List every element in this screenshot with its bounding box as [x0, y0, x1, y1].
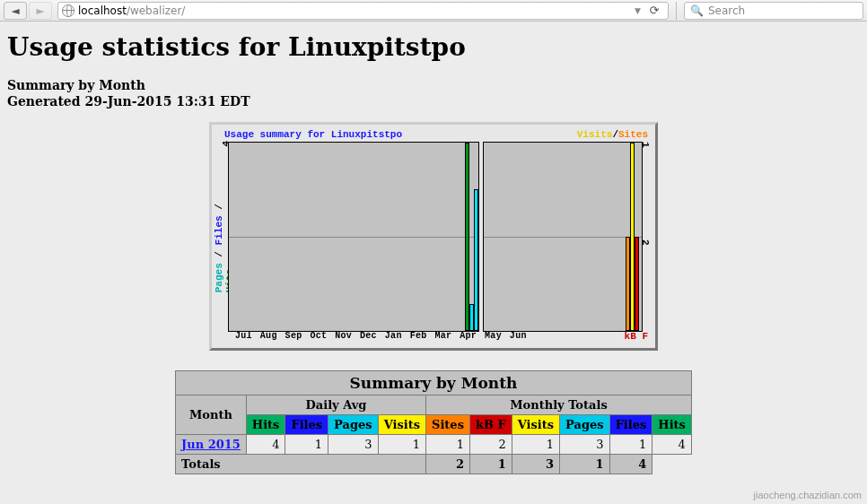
chart-legend-right: Visits/Sites: [577, 129, 648, 140]
forward-button[interactable]: ►: [29, 2, 52, 20]
col-pages-d: Pages: [328, 415, 379, 435]
summary-label: Summary by Month: [7, 78, 860, 94]
generated-line: Generated 29-Jun-2015 13:31 EDT: [7, 94, 860, 110]
search-icon: 🔍: [690, 4, 704, 17]
globe-icon: [62, 4, 74, 17]
chart-right-panel: [483, 142, 643, 332]
back-button[interactable]: ◄: [4, 2, 27, 20]
watermark: jiaocheng.chazidian.com: [754, 490, 862, 500]
col-visits-m: Visits: [512, 415, 559, 435]
col-files-d: Files: [285, 415, 328, 435]
url-text: localhost/webalizer/: [78, 4, 185, 17]
table-row: Jun 2015 4 1 3 1 1 2 1 3 1 4: [176, 435, 692, 455]
col-pages-m: Pages: [560, 415, 610, 435]
search-placeholder: Search: [708, 4, 745, 17]
usage-chart: Usage summary for Linuxpitstpo Visits/Si…: [209, 122, 658, 351]
url-bar[interactable]: localhost/webalizer/ ▼ ⟳: [57, 2, 669, 20]
chart-x-axis: Jul Aug Sep Oct Nov Dec Jan Feb Mar Apr …: [235, 331, 527, 341]
col-kbf-m: kB F: [469, 415, 512, 435]
col-hits-m: Hits: [652, 415, 692, 435]
chart-left-panel: [228, 142, 479, 332]
col-visits-d: Visits: [378, 415, 425, 435]
monthly-totals-header: Monthly Totals: [426, 395, 692, 415]
col-sites-m: Sites: [426, 415, 470, 435]
summary-table: Summary by Month Month Daily Avg Monthly…: [175, 370, 692, 474]
reload-button[interactable]: ⟳: [644, 3, 664, 19]
col-files-m: Files: [609, 415, 652, 435]
summary-table-wrapper: Summary by Month Month Daily Avg Monthly…: [175, 370, 692, 474]
totals-label: Totals: [176, 455, 426, 474]
toolbar-divider: [676, 2, 677, 20]
totals-row: Totals 2 1 3 1 4: [176, 455, 692, 474]
bar-hits-jun: [465, 143, 469, 331]
page-title: Usage statistics for Linuxpitstpo: [7, 32, 860, 62]
daily-avg-header: Daily Avg: [246, 395, 425, 415]
table-title: Summary by Month: [176, 371, 692, 395]
search-input[interactable]: 🔍 Search: [684, 2, 863, 20]
url-dropdown-icon[interactable]: ▼: [631, 6, 644, 15]
month-link[interactable]: Jun 2015: [181, 438, 241, 451]
chart-title: Usage summary for Linuxpitstpo: [224, 129, 402, 140]
bar-pages-jun: [474, 189, 478, 331]
month-header: Month: [176, 395, 247, 435]
bar-kbf: [635, 237, 639, 331]
chart-legend-kbf: kB F: [625, 331, 648, 342]
col-hits-d: Hits: [246, 415, 285, 435]
